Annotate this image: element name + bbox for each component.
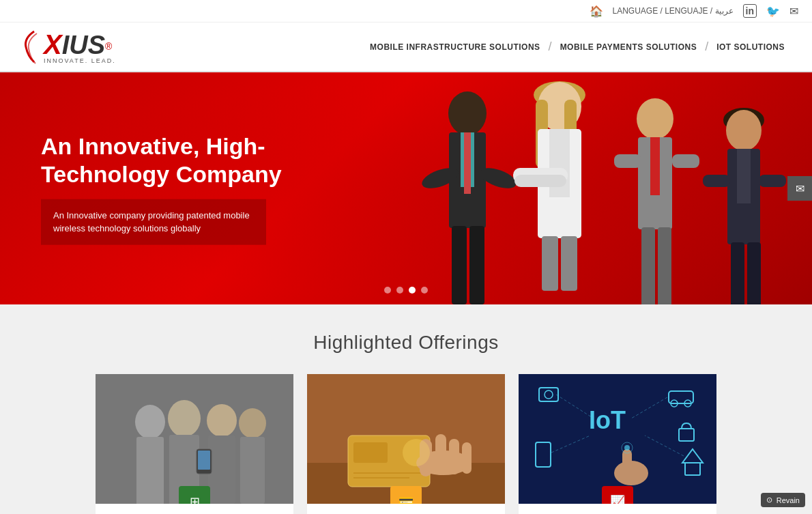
hero-desc-box: An Innovative company providing patented… bbox=[41, 199, 266, 244]
svg-rect-28 bbox=[737, 149, 751, 203]
svg-rect-35 bbox=[136, 437, 164, 504]
linkedin-icon[interactable]: in bbox=[743, 4, 757, 18]
email-icon-topbar[interactable]: ✉ bbox=[789, 5, 798, 18]
svg-rect-52 bbox=[435, 434, 446, 475]
offering-image-iot: IoT bbox=[519, 374, 716, 504]
home-icon[interactable]: 🏠 bbox=[590, 5, 603, 18]
svg-rect-53 bbox=[449, 439, 459, 474]
svg-rect-41 bbox=[240, 437, 265, 504]
nav-mobile-payments[interactable]: MOBILE PAYMENTS SOLUTIONS bbox=[553, 42, 704, 52]
svg-point-40 bbox=[239, 408, 266, 438]
svg-rect-6 bbox=[452, 226, 467, 304]
svg-rect-32 bbox=[747, 242, 761, 304]
revain-label: Revain bbox=[777, 496, 800, 504]
offering-card-mvne[interactable]: ⊞ MVNE / MVNO Solutions bbox=[96, 374, 293, 514]
carousel-dot-2[interactable] bbox=[396, 287, 403, 294]
svg-rect-31 bbox=[731, 242, 744, 304]
svg-rect-39 bbox=[208, 436, 235, 504]
offering-image-payments: 💳 bbox=[307, 374, 505, 504]
offering-image-mvne: ⊞ bbox=[96, 374, 293, 504]
logo-x: X bbox=[44, 29, 62, 59]
revain-badge: ⊙ Revain bbox=[761, 493, 805, 507]
payments-badge: 💳 bbox=[390, 486, 422, 504]
mvne-badge: ⊞ bbox=[179, 486, 210, 504]
svg-rect-16 bbox=[542, 236, 558, 291]
nav-links: MOBILE INFRASTRUCTURE SOLUTIONS / MOBILE… bbox=[363, 40, 792, 54]
header: XIUS® INNOVATE. LEAD. MOBILE INFRASTRUCT… bbox=[0, 23, 812, 72]
svg-rect-17 bbox=[561, 236, 577, 291]
svg-text:IoT: IoT bbox=[589, 406, 626, 434]
mvne-image-svg bbox=[96, 374, 293, 504]
iot-image-svg: IoT bbox=[519, 374, 716, 504]
nav-iot[interactable]: IOT SOLUTIONS bbox=[710, 42, 792, 52]
language-selector[interactable]: LANGUAGE / LENGUAJE / عربية bbox=[613, 6, 734, 16]
carousel-dot-1[interactable] bbox=[384, 287, 391, 294]
carousel-dot-3[interactable] bbox=[409, 287, 416, 294]
payments-image-svg bbox=[307, 374, 505, 504]
svg-rect-47 bbox=[353, 442, 388, 463]
svg-point-38 bbox=[207, 404, 237, 437]
svg-point-0 bbox=[448, 91, 487, 135]
payments-badge-icon: 💳 bbox=[398, 494, 414, 504]
nav-sep-1: / bbox=[549, 40, 552, 54]
svg-rect-7 bbox=[469, 226, 484, 304]
svg-rect-21 bbox=[614, 154, 641, 168]
hero-title: An Innovative, High-Technology Company bbox=[41, 132, 314, 188]
hero-banner: An Innovative, High-Technology Company A… bbox=[0, 72, 812, 304]
offerings-grid: ⊞ MVNE / MVNO Solutions bbox=[14, 374, 798, 514]
iot-badge: 📈 bbox=[602, 486, 633, 504]
svg-point-18 bbox=[637, 98, 673, 139]
nav-mobile-infra[interactable]: MOBILE INFRASTRUCTURE SOLUTIONS bbox=[363, 42, 547, 52]
hero-email-icon: ✉ bbox=[796, 182, 804, 195]
carousel-dot-4[interactable] bbox=[421, 287, 428, 294]
offering-card-payments[interactable]: 💳 Mobile Payments Solutions bbox=[307, 374, 505, 514]
logo-reg: ® bbox=[105, 41, 112, 52]
logo[interactable]: XIUS® INNOVATE. LEAD. bbox=[20, 28, 116, 66]
mvne-label: MVNE / MVNO Solutions bbox=[96, 504, 293, 514]
hero-illustration bbox=[334, 72, 812, 304]
svg-rect-3 bbox=[464, 132, 471, 194]
svg-point-55 bbox=[403, 439, 430, 466]
svg-rect-22 bbox=[672, 154, 699, 168]
iot-badge-icon: 📈 bbox=[610, 494, 625, 504]
payments-label: Mobile Payments Solutions bbox=[307, 504, 505, 514]
logo-tagline: INNOVATE. LEAD. bbox=[44, 57, 116, 64]
carousel-dots bbox=[384, 287, 428, 294]
hero-description: An Innovative company providing patented… bbox=[53, 208, 254, 235]
hero-content: An Innovative, High-Technology Company A… bbox=[41, 132, 314, 245]
svg-rect-24 bbox=[658, 227, 671, 304]
svg-rect-20 bbox=[650, 137, 660, 195]
top-bar: 🏠 LANGUAGE / LENGUAJE / عربية in 🐦 ✉ bbox=[0, 0, 812, 23]
svg-rect-43 bbox=[198, 451, 210, 470]
revain-icon: ⊙ bbox=[766, 496, 772, 504]
mvne-badge-icon: ⊞ bbox=[190, 494, 200, 504]
svg-rect-54 bbox=[462, 442, 472, 474]
svg-rect-23 bbox=[641, 227, 655, 304]
iot-label: XIUS IoT Solutions bbox=[519, 504, 716, 514]
logo-ius: IUS bbox=[62, 31, 105, 59]
hero-email-button[interactable]: ✉ bbox=[787, 176, 812, 201]
svg-rect-29 bbox=[703, 175, 730, 187]
offerings-section: Highlighted Offerings bbox=[0, 304, 812, 514]
offerings-title: Highlighted Offerings bbox=[14, 332, 798, 354]
svg-point-73 bbox=[624, 445, 630, 451]
svg-rect-56 bbox=[519, 374, 716, 504]
svg-point-26 bbox=[726, 110, 762, 151]
svg-point-34 bbox=[135, 405, 165, 439]
logo-swoosh-icon bbox=[20, 28, 41, 66]
nav-sep-2: / bbox=[705, 40, 708, 54]
svg-point-36 bbox=[168, 400, 201, 437]
offering-card-iot[interactable]: IoT bbox=[519, 374, 716, 514]
svg-rect-15 bbox=[514, 175, 566, 187]
people-svg bbox=[348, 72, 812, 304]
svg-rect-72 bbox=[622, 449, 632, 483]
svg-rect-30 bbox=[759, 175, 786, 187]
twitter-icon[interactable]: 🐦 bbox=[766, 5, 780, 18]
